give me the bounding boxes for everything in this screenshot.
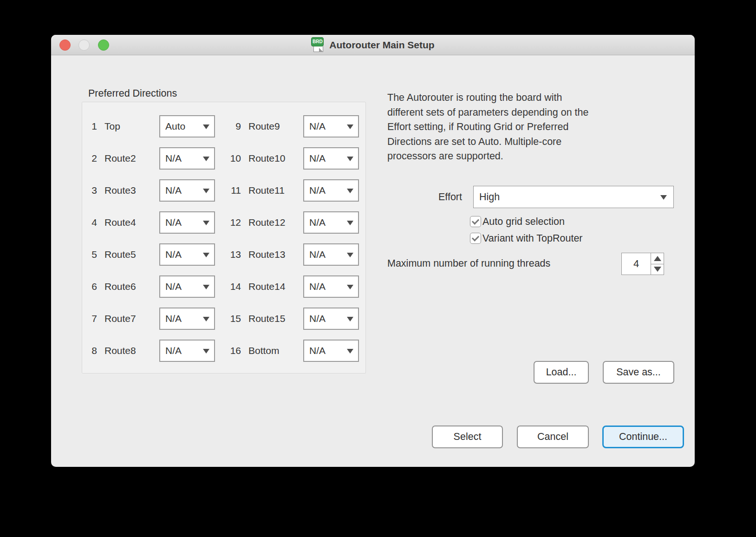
layer-name: Route9 xyxy=(248,121,297,132)
layer-name: Route8 xyxy=(104,345,153,356)
layer-number: 4 xyxy=(89,217,97,228)
layer-direction-value: N/A xyxy=(165,345,182,356)
save-as-button[interactable]: Save as... xyxy=(603,361,674,384)
layer-number: 13 xyxy=(223,249,241,260)
chevron-down-icon xyxy=(660,195,667,200)
layer-direction-dropdown[interactable]: N/A xyxy=(159,275,215,298)
brd-badge-label: BRD xyxy=(311,37,324,46)
layer-direction-value: N/A xyxy=(309,153,326,164)
layer-direction-dropdown[interactable]: N/A xyxy=(303,243,359,266)
layer-number: 9 xyxy=(223,121,241,132)
layer-direction-dropdown[interactable]: N/A xyxy=(303,115,359,138)
select-button[interactable]: Select xyxy=(432,426,503,448)
chevron-down-icon xyxy=(203,157,209,161)
layer-direction-dropdown[interactable]: N/A xyxy=(303,211,359,234)
auto-grid-selection-label: Auto grid selection xyxy=(482,216,565,228)
spinner-up-button[interactable] xyxy=(651,253,664,264)
spinner-down-button[interactable] xyxy=(651,264,664,275)
layer-direction-dropdown[interactable]: Auto xyxy=(159,115,215,138)
continue-button[interactable]: Continue... xyxy=(602,426,684,448)
layer-direction-dropdown[interactable]: N/A xyxy=(303,275,359,298)
variant-toprouter-row: Variant with TopRouter xyxy=(470,232,583,244)
layer-direction-value: N/A xyxy=(309,313,326,324)
effort-dropdown[interactable]: High xyxy=(473,186,674,208)
layer-name: Route5 xyxy=(104,249,153,260)
auto-grid-selection-row: Auto grid selection xyxy=(470,216,565,228)
title-bar: BRD Autorouter Main Setup xyxy=(51,35,695,55)
layer-name: Route10 xyxy=(248,153,297,164)
max-threads-spinner: 4 xyxy=(621,253,664,275)
layer-direction-value: N/A xyxy=(309,345,326,356)
layer-name: Route6 xyxy=(104,281,153,292)
layer-direction-dropdown[interactable]: N/A xyxy=(303,179,359,202)
layer-direction-value: N/A xyxy=(165,281,182,292)
variant-toprouter-label: Variant with TopRouter xyxy=(482,233,583,244)
layer-name: Bottom xyxy=(248,345,297,356)
layer-name: Top xyxy=(104,121,153,132)
chevron-down-icon xyxy=(203,317,209,321)
preferred-directions-grid: 1TopAuto9Route9N/A2Route2N/A10Route10N/A… xyxy=(82,102,366,373)
layer-direction-dropdown[interactable]: N/A xyxy=(159,340,215,362)
layer-number: 14 xyxy=(223,281,241,292)
max-threads-label: Maximum number of running threads xyxy=(387,258,550,269)
layer-number: 8 xyxy=(89,345,97,356)
chevron-down-icon xyxy=(347,124,353,129)
variant-toprouter-checkbox[interactable] xyxy=(470,233,481,244)
layer-direction-dropdown[interactable]: N/A xyxy=(159,147,215,170)
cancel-button[interactable]: Cancel xyxy=(517,426,589,448)
layer-name: Route14 xyxy=(248,281,297,292)
layer-number: 16 xyxy=(223,345,241,356)
layer-direction-value: N/A xyxy=(309,249,326,260)
layer-number: 10 xyxy=(223,153,241,164)
layer-number: 2 xyxy=(89,153,97,164)
spinner-buttons xyxy=(651,253,664,275)
layer-direction-dropdown[interactable]: N/A xyxy=(159,211,215,234)
chevron-down-icon xyxy=(203,124,209,129)
layer-direction-dropdown[interactable]: N/A xyxy=(303,308,359,330)
auto-grid-selection-checkbox[interactable] xyxy=(470,216,481,227)
layer-direction-value: N/A xyxy=(309,121,326,132)
arrow-up-icon xyxy=(654,256,661,261)
layer-direction-dropdown[interactable]: N/A xyxy=(159,308,215,330)
layer-name: Route15 xyxy=(248,313,297,324)
preferred-directions-heading: Preferred Directions xyxy=(88,88,177,99)
layer-number: 3 xyxy=(89,185,97,196)
layer-row: 3Route3N/A11Route11N/A xyxy=(89,179,365,202)
chevron-down-icon xyxy=(347,221,353,225)
layer-name: Route3 xyxy=(104,185,153,196)
layer-direction-value: N/A xyxy=(309,281,326,292)
layer-direction-value: N/A xyxy=(309,217,326,228)
layer-direction-dropdown[interactable]: N/A xyxy=(303,340,359,362)
layer-direction-value: N/A xyxy=(165,313,182,324)
layer-row: 1TopAuto9Route9N/A xyxy=(89,115,365,138)
layer-number: 7 xyxy=(89,313,97,324)
chevron-down-icon xyxy=(203,285,209,289)
layer-number: 1 xyxy=(89,121,97,132)
effort-dropdown-value: High xyxy=(479,191,500,203)
layer-direction-dropdown[interactable]: N/A xyxy=(159,179,215,202)
window-title-group: BRD Autorouter Main Setup xyxy=(311,37,434,53)
max-threads-value[interactable]: 4 xyxy=(622,253,651,275)
arrow-down-icon xyxy=(654,267,661,272)
autorouter-description-text: The Autorouter is routing the board with… xyxy=(387,91,666,164)
layer-name: Route13 xyxy=(248,249,297,260)
load-button[interactable]: Load... xyxy=(534,361,589,384)
layer-direction-value: N/A xyxy=(165,249,182,260)
layer-row: 7Route7N/A15Route15N/A xyxy=(89,308,365,330)
layer-direction-value: Auto xyxy=(165,121,185,132)
layer-row: 8Route8N/A16BottomN/A xyxy=(89,340,365,362)
autorouter-main-setup-dialog: BRD Autorouter Main Setup Preferred Dire… xyxy=(51,35,695,467)
layer-number: 11 xyxy=(223,185,241,196)
zoom-button[interactable] xyxy=(98,39,109,51)
chevron-down-icon xyxy=(347,317,353,321)
layer-number: 12 xyxy=(223,217,241,228)
chevron-down-icon xyxy=(203,221,209,225)
close-button[interactable] xyxy=(59,39,71,51)
layer-direction-value: N/A xyxy=(165,217,182,228)
chevron-down-icon xyxy=(203,349,209,354)
chevron-down-icon xyxy=(347,157,353,161)
layer-direction-dropdown[interactable]: N/A xyxy=(159,243,215,266)
layer-direction-dropdown[interactable]: N/A xyxy=(303,147,359,170)
chevron-down-icon xyxy=(347,189,353,193)
layer-row: 5Route5N/A13Route13N/A xyxy=(89,243,365,266)
